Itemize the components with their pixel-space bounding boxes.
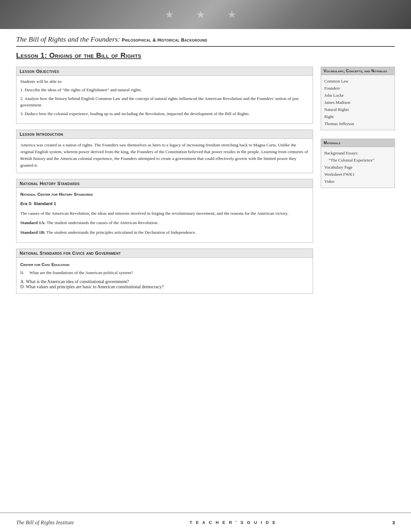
main-title: The Bill of Rights and the Founders: Phi… bbox=[16, 35, 395, 47]
materials-item-worksheet: Worksheet FWK1 bbox=[324, 171, 391, 178]
national-standards-civics-body: Center for Civic Education II. What are … bbox=[16, 258, 313, 293]
objective-item-3: 3. Deduce how the colonial experience, l… bbox=[20, 111, 309, 117]
era-text: The causes of the American Revolution, t… bbox=[20, 210, 309, 217]
standard-1a-text: The student understands the causes of th… bbox=[47, 220, 159, 225]
civic-item-ii-label: II. bbox=[20, 270, 27, 276]
civic-sub-item-d-text: What values and principles are basic to … bbox=[26, 284, 164, 289]
standard-1b-text: The student understands the principles a… bbox=[46, 230, 196, 235]
objective-item-1: 1. Describe the ideas of “the rights of … bbox=[20, 87, 309, 93]
title-cursive: The Bill of Rights and the Founders: bbox=[16, 35, 120, 43]
lesson-introduction-header: Lesson Introduction bbox=[16, 130, 313, 139]
introduction-text: America was created as a nation of right… bbox=[20, 142, 309, 169]
national-history-standards-header: National History Standards bbox=[16, 179, 313, 188]
center-civic-education-header: Center for Civic Education bbox=[20, 262, 309, 267]
side-panel-spacer bbox=[321, 135, 395, 139]
footer-center: T E A C H E R ' S G U I D E bbox=[190, 520, 277, 525]
lesson-title: Lesson 1: Origins of the Bill of Rights bbox=[16, 51, 395, 60]
footer-page-number: 3 bbox=[392, 520, 395, 525]
nchs-sub-header: National Center for History Standards bbox=[20, 191, 309, 198]
two-col-layout: Lesson Objectives Students will be able … bbox=[16, 67, 395, 300]
national-standards-civics-box: National Standards for Civics and Govern… bbox=[16, 249, 313, 294]
standard-1a-label: Standard 1A: bbox=[20, 220, 45, 225]
footer-logo: The Bill of Rights Institute bbox=[16, 519, 74, 526]
lesson-introduction-box: Lesson Introduction America was created … bbox=[16, 130, 313, 173]
header-image bbox=[0, 0, 411, 29]
civic-item-ii: II. What are the foundations of the Amer… bbox=[20, 270, 309, 276]
objectives-intro: Students will be able to: bbox=[20, 79, 309, 84]
lesson-objectives-header: Lesson Objectives bbox=[16, 67, 313, 76]
lesson-objectives-body: Students will be able to: 1. Describe th… bbox=[16, 76, 313, 123]
main-column: Lesson Objectives Students will be able … bbox=[16, 67, 313, 300]
materials-panel-body: Background Essays: “The Colonial Experie… bbox=[321, 147, 395, 188]
standard-1a: Standard 1A: The student understands the… bbox=[20, 220, 309, 226]
page-footer: The Bill of Rights Institute T E A C H E… bbox=[0, 513, 411, 532]
lesson-objectives-box: Lesson Objectives Students will be able … bbox=[16, 67, 313, 124]
era-header: Era 3: Standard 1 bbox=[20, 201, 309, 207]
national-history-standards-body: National Center for History Standards Er… bbox=[16, 188, 313, 243]
national-standards-civics-header: National Standards for Civics and Govern… bbox=[16, 249, 313, 258]
vocab-item-founders: Founders bbox=[324, 85, 391, 92]
civic-sub-item-d: D. What values and principles are basic … bbox=[20, 284, 309, 290]
vocab-item-right: Right bbox=[324, 113, 391, 120]
materials-item-colonial: “The Colonial Experience” bbox=[324, 157, 391, 164]
materials-item-video: Video bbox=[324, 178, 391, 185]
standard-1b-label: Standard 1B: bbox=[20, 230, 45, 235]
vocab-item-common-law: Common Law bbox=[324, 78, 391, 85]
civic-sub-item-d-label: D. bbox=[20, 284, 25, 289]
civic-sub-item-a-text: What is the American idea of constitutio… bbox=[26, 279, 129, 284]
civic-sub-item-a-label: A. bbox=[20, 279, 25, 284]
vocabulary-panel: Vocabulary, Concepts, and Notables Commo… bbox=[321, 67, 395, 130]
materials-panel-header: Materials bbox=[321, 139, 395, 147]
materials-item-background: Background Essays: bbox=[324, 150, 391, 157]
vocabulary-panel-body: Common Law Founders John Locke James Mad… bbox=[321, 75, 395, 130]
sidebar-column: Vocabulary, Concepts, and Notables Commo… bbox=[321, 67, 395, 300]
standard-1b: Standard 1B: The student understands the… bbox=[20, 229, 309, 236]
materials-panel: Materials Background Essays: “The Coloni… bbox=[321, 139, 395, 188]
vocab-item-natural-rights: Natural Rights bbox=[324, 106, 391, 113]
title-subtitle: Philosophical & Historical Background bbox=[122, 37, 207, 43]
materials-item-vocab-page: Vocabulary Page bbox=[324, 164, 391, 171]
civic-list: II. What are the foundations of the Amer… bbox=[20, 270, 309, 276]
page-content: The Bill of Rights and the Founders: Phi… bbox=[0, 29, 411, 325]
objectives-list: 1. Describe the ideas of “the rights of … bbox=[20, 87, 309, 117]
civic-sub-item-a: A. What is the American idea of constitu… bbox=[20, 279, 309, 284]
vocab-item-thomas-jefferson: Thomas Jefferson bbox=[324, 120, 391, 127]
lesson-introduction-body: America was created as a nation of right… bbox=[16, 139, 313, 173]
objective-item-2: 2. Analyze how the history behind Englis… bbox=[20, 95, 309, 108]
civic-item-ii-text: What are the foundations of the American… bbox=[29, 270, 133, 276]
vocab-item-james-madison: James Madison bbox=[324, 99, 391, 106]
vocab-item-john-locke: John Locke bbox=[324, 92, 391, 99]
vocabulary-panel-header: Vocabulary, Concepts, and Notables bbox=[321, 67, 395, 75]
national-history-standards-box: National History Standards National Cent… bbox=[16, 179, 313, 243]
